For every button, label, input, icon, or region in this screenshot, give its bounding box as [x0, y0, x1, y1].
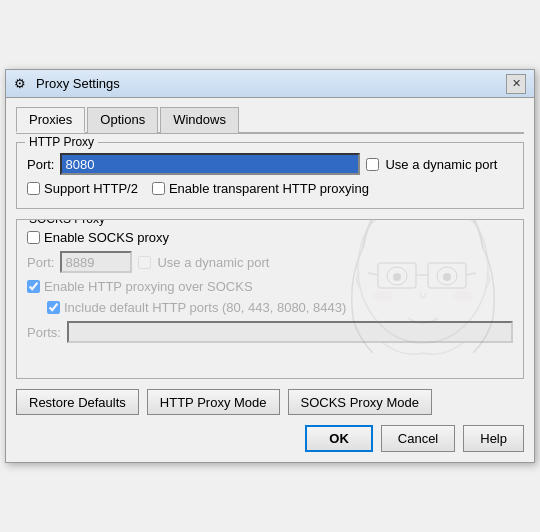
http-options-row: Support HTTP/2 Enable transparent HTTP p… — [27, 181, 513, 196]
close-button[interactable]: ✕ — [506, 74, 526, 94]
http-proxy-group-label: HTTP Proxy — [25, 135, 98, 149]
include-default-ports-label: Include default HTTP ports (80, 443, 808… — [64, 300, 346, 315]
title-bar-left: ⚙ Proxy Settings — [14, 76, 120, 92]
svg-line-4 — [368, 273, 378, 275]
svg-line-5 — [466, 273, 476, 275]
use-dynamic-port-socks-checkbox[interactable] — [138, 256, 151, 269]
enable-http-over-socks-label: Enable HTTP proxying over SOCKS — [44, 279, 253, 294]
cancel-button[interactable]: Cancel — [381, 425, 455, 452]
tab-bar: Proxies Options Windows — [16, 106, 524, 134]
http-proxy-group: HTTP Proxy Port: Use a dynamic port Supp… — [16, 142, 524, 209]
use-dynamic-port-http-checkbox[interactable] — [366, 158, 379, 171]
help-button[interactable]: Help — [463, 425, 524, 452]
title-bar: ⚙ Proxy Settings ✕ — [6, 70, 534, 98]
include-default-ports-checkbox[interactable] — [47, 301, 60, 314]
enable-socks-label: Enable SOCKS proxy — [44, 230, 169, 245]
http-port-row: Port: Use a dynamic port — [27, 153, 513, 175]
enable-http-over-socks-row: Enable HTTP proxying over SOCKS — [27, 279, 513, 294]
include-default-ports-row: Include default HTTP ports (80, 443, 808… — [47, 300, 513, 315]
http-proxy-mode-button[interactable]: HTTP Proxy Mode — [147, 389, 280, 415]
include-default-ports-container: Include default HTTP ports (80, 443, 808… — [47, 300, 346, 315]
use-dynamic-port-socks-label: Use a dynamic port — [157, 255, 269, 270]
proxy-settings-window: ⚙ Proxy Settings ✕ Proxies Options Windo… — [5, 69, 535, 463]
enable-socks-checkbox[interactable] — [27, 231, 40, 244]
socks-ports-label: Ports: — [27, 325, 61, 340]
enable-transparent-label: Enable transparent HTTP proxying — [169, 181, 369, 196]
socks-port-row: Port: Use a dynamic port — [27, 251, 513, 273]
tab-options[interactable]: Options — [87, 107, 158, 133]
enable-transparent-container: Enable transparent HTTP proxying — [152, 181, 369, 196]
window-title: Proxy Settings — [36, 76, 120, 91]
enable-http-over-socks-container: Enable HTTP proxying over SOCKS — [27, 279, 253, 294]
support-http2-label: Support HTTP/2 — [44, 181, 138, 196]
support-http2-checkbox[interactable] — [27, 182, 40, 195]
enable-transparent-checkbox[interactable] — [152, 182, 165, 195]
socks-proxy-mode-button[interactable]: SOCKS Proxy Mode — [288, 389, 433, 415]
socks-ports-row: Ports: — [27, 321, 513, 343]
socks-proxy-group-label: SOCKS Proxy — [25, 219, 109, 226]
ok-button[interactable]: OK — [305, 425, 373, 452]
enable-http-over-socks-checkbox[interactable] — [27, 280, 40, 293]
enable-socks-container: Enable SOCKS proxy — [27, 230, 169, 245]
use-dynamic-port-http-label: Use a dynamic port — [385, 157, 497, 172]
window-icon: ⚙ — [14, 76, 30, 92]
restore-defaults-button[interactable]: Restore Defaults — [16, 389, 139, 415]
socks-port-input[interactable] — [60, 251, 132, 273]
socks-proxy-group: SOCKS Proxy — [16, 219, 524, 379]
enable-socks-row: Enable SOCKS proxy — [27, 230, 513, 245]
tab-windows[interactable]: Windows — [160, 107, 239, 133]
socks-port-label: Port: — [27, 255, 54, 270]
action-buttons-row: Restore Defaults HTTP Proxy Mode SOCKS P… — [16, 389, 524, 415]
window-content: Proxies Options Windows HTTP Proxy Port:… — [6, 98, 534, 462]
tab-proxies[interactable]: Proxies — [16, 107, 85, 133]
support-http2-container: Support HTTP/2 — [27, 181, 138, 196]
socks-ports-input[interactable] — [67, 321, 513, 343]
http-port-input[interactable] — [60, 153, 360, 175]
http-port-label: Port: — [27, 157, 54, 172]
dialog-buttons-row: OK Cancel Help — [16, 425, 524, 452]
